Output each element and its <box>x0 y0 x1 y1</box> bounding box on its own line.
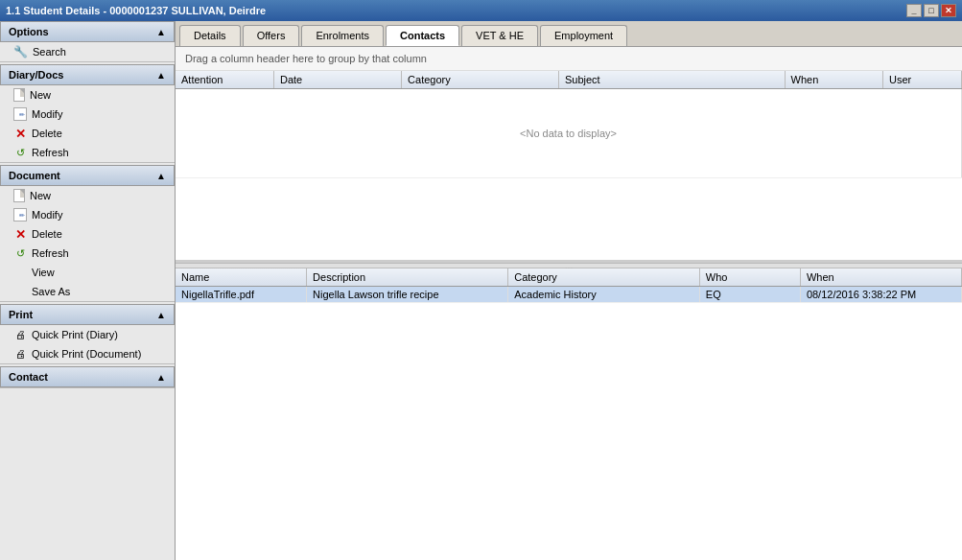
refresh-diary-icon: ↺ <box>13 146 27 159</box>
col-name[interactable]: Name <box>176 268 307 287</box>
options-chevron-icon: ▲ <box>156 27 166 37</box>
col-category[interactable]: Category <box>402 71 559 89</box>
sidebar-item-delete-diary[interactable]: ✕ Delete <box>0 124 175 143</box>
sidebar-item-save-as-doc[interactable]: Save As <box>0 282 175 301</box>
sidebar-item-new-doc[interactable]: New <box>0 186 175 205</box>
delete-diary-label: Delete <box>32 128 62 139</box>
tab-enrolments[interactable]: Enrolments <box>301 25 384 46</box>
contact-section-label: Contact <box>9 371 48 383</box>
quick-print-doc-icon: 🖨 <box>13 347 27 361</box>
sidebar-section-print: Print ▲ 🖨 Quick Print (Diary) 🖨 Quick Pr… <box>0 304 175 364</box>
modify-diary-label: Modify <box>32 108 62 120</box>
col-when2[interactable]: When <box>800 268 961 287</box>
delete-doc-label: Delete <box>32 228 62 240</box>
save-as-doc-label: Save As <box>32 286 70 297</box>
cell-when: 08/12/2016 3:38:22 PM <box>800 287 961 303</box>
cell-category: Academic History <box>508 287 700 303</box>
sidebar-item-search[interactable]: 🔧 Search <box>0 42 175 61</box>
sidebar-item-refresh-diary[interactable]: ↺ Refresh <box>0 143 175 162</box>
sidebar: Options ▲ 🔧 Search Diary/Docs ▲ New ✏ <box>0 21 176 560</box>
tab-employment[interactable]: Employment <box>540 25 627 46</box>
close-button[interactable]: ✕ <box>941 4 956 17</box>
minimize-button[interactable]: _ <box>906 4 922 17</box>
modify-doc-icon: ✏ <box>13 208 27 222</box>
new-doc-label: New <box>30 190 51 201</box>
col-category2[interactable]: Category <box>508 268 700 287</box>
main-layout: Options ▲ 🔧 Search Diary/Docs ▲ New ✏ <box>0 21 962 560</box>
sidebar-section-contact: Contact ▲ <box>0 366 175 388</box>
view-doc-label: View <box>32 267 55 278</box>
tab-contacts[interactable]: Contacts <box>386 25 459 46</box>
document-section-label: Document <box>9 170 60 181</box>
quick-print-diary-label: Quick Print (Diary) <box>32 329 118 340</box>
top-table: Attention Date Category Subject When Use… <box>176 71 962 178</box>
sidebar-section-contact-header[interactable]: Contact ▲ <box>0 366 175 387</box>
modify-diary-icon: ✏ <box>13 107 27 121</box>
refresh-diary-label: Refresh <box>32 147 69 158</box>
col-subject[interactable]: Subject <box>558 71 785 89</box>
tab-offers[interactable]: Offers <box>243 25 300 46</box>
quick-print-diary-icon: 🖨 <box>13 328 27 341</box>
sidebar-item-quick-print-doc[interactable]: 🖨 Quick Print (Document) <box>0 344 175 363</box>
refresh-doc-icon: ↺ <box>13 246 27 260</box>
sidebar-item-view-doc[interactable]: View <box>0 263 175 282</box>
print-chevron-icon: ▲ <box>156 310 166 320</box>
grid-container: Attention Date Category Subject When Use… <box>176 71 962 560</box>
sidebar-section-options: Options ▲ 🔧 Search <box>0 21 175 62</box>
sidebar-section-options-header[interactable]: Options ▲ <box>0 21 175 42</box>
new-diary-label: New <box>30 89 51 101</box>
print-section-label: Print <box>9 309 33 320</box>
view-doc-icon <box>13 266 27 279</box>
bottom-table-body: NigellaTrifle.pdfNigella Lawson trifle r… <box>176 287 962 303</box>
tab-vet-he[interactable]: VET & HE <box>461 25 538 46</box>
drag-hint: Drag a column header here to group by th… <box>176 47 962 71</box>
sidebar-section-document-header[interactable]: Document ▲ <box>0 165 175 186</box>
top-grid[interactable]: Attention Date Category Subject When Use… <box>176 71 962 263</box>
diary-chevron-icon: ▲ <box>156 70 166 81</box>
sidebar-item-quick-print-diary[interactable]: 🖨 Quick Print (Diary) <box>0 325 175 344</box>
wrench-icon: 🔧 <box>13 45 28 58</box>
no-data-text: <No data to display> <box>176 89 962 178</box>
sidebar-item-refresh-doc[interactable]: ↺ Refresh <box>0 244 175 263</box>
modify-doc-label: Modify <box>32 209 62 221</box>
col-date[interactable]: Date <box>273 71 401 89</box>
content-area: Details Offers Enrolments Contacts VET &… <box>176 21 962 560</box>
sidebar-section-diary: Diary/Docs ▲ New ✏ Modify ✕ Delete ↺ Ref… <box>0 64 175 163</box>
window-controls: _ □ ✕ <box>906 4 956 17</box>
sidebar-item-modify-doc[interactable]: ✏ Modify <box>0 205 175 224</box>
document-chevron-icon: ▲ <box>156 171 166 181</box>
col-description[interactable]: Description <box>307 268 508 287</box>
inner-content: Drag a column header here to group by th… <box>176 47 962 560</box>
save-as-doc-icon <box>13 285 27 298</box>
title-bar: 1.1 Student Details - 0000001237 SULLIVA… <box>0 0 962 21</box>
cell-name: NigellaTrifle.pdf <box>176 287 307 303</box>
sidebar-section-document: Document ▲ New ✏ Modify ✕ Delete ↺ Refre… <box>0 165 175 302</box>
contact-chevron-icon: ▲ <box>156 372 166 383</box>
table-row[interactable]: NigellaTrifle.pdfNigella Lawson trifle r… <box>176 287 962 303</box>
sidebar-item-new-diary[interactable]: New <box>0 85 175 105</box>
bottom-table-header: Name Description Category Who When <box>176 268 962 287</box>
cell-who: EQ <box>699 287 800 303</box>
col-who[interactable]: Who <box>699 268 800 287</box>
top-table-body: <No data to display> <box>176 89 962 178</box>
delete-diary-icon: ✕ <box>13 127 27 140</box>
sidebar-section-diary-header[interactable]: Diary/Docs ▲ <box>0 64 175 85</box>
options-section-label: Options <box>9 26 49 37</box>
bottom-grid[interactable]: Name Description Category Who When Nigel… <box>176 268 962 560</box>
maximize-button[interactable]: □ <box>924 4 939 17</box>
diary-section-label: Diary/Docs <box>9 69 63 81</box>
cell-description: Nigella Lawson trifle recipe <box>307 287 508 303</box>
col-attention[interactable]: Attention <box>176 71 273 89</box>
col-user[interactable]: User <box>883 71 962 89</box>
search-label: Search <box>33 46 66 58</box>
window-title: 1.1 Student Details - 0000001237 SULLIVA… <box>6 5 266 16</box>
new-doc-icon <box>13 189 25 202</box>
sidebar-section-print-header[interactable]: Print ▲ <box>0 304 175 325</box>
new-diary-icon <box>13 88 25 102</box>
sidebar-item-modify-diary[interactable]: ✏ Modify <box>0 105 175 124</box>
bottom-table: Name Description Category Who When Nigel… <box>176 268 962 303</box>
sidebar-item-delete-doc[interactable]: ✕ Delete <box>0 224 175 244</box>
tab-bar: Details Offers Enrolments Contacts VET &… <box>176 21 962 47</box>
col-when[interactable]: When <box>785 71 882 89</box>
tab-details[interactable]: Details <box>179 25 241 46</box>
